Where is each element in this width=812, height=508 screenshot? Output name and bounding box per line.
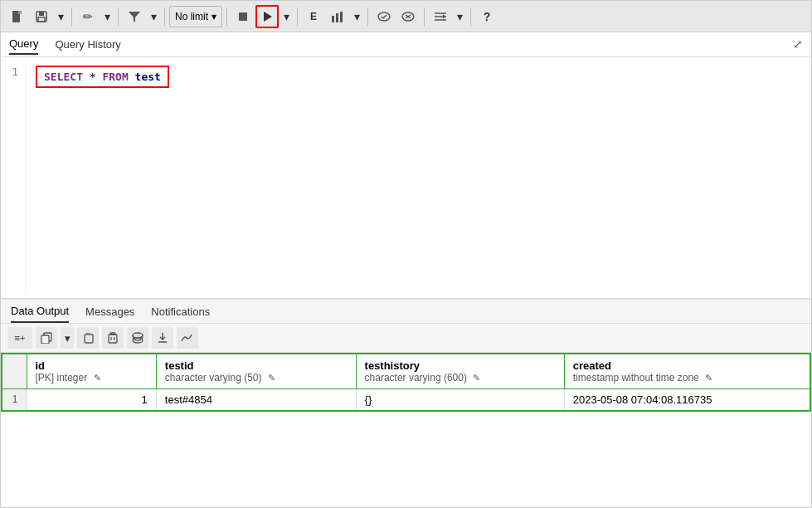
edit-group: ✏ ▾ [76,5,114,28]
col-type-testhistory: character varying (600) ✎ [365,372,556,383]
result-tabs-bar: Data Output Messages Notifications [1,300,811,324]
sep7 [424,7,425,26]
explain-group: E ▾ [302,5,363,28]
sep1 [71,7,72,26]
result-toolbar: ≡+ ▾ [1,324,811,353]
svg-rect-1 [18,11,22,14]
commit-button[interactable] [372,5,396,28]
save-data-button[interactable] [127,327,148,349]
col-name-testhistory: testhistory [365,359,556,372]
svg-marker-7 [264,12,272,22]
dropdown-arrow-3[interactable]: ▾ [147,5,160,28]
col-type-created: timestamp without time zone ✎ [573,372,801,383]
sep2 [118,7,119,26]
sql-highlight-box: SELECT * FROM test [36,66,169,88]
explain-button[interactable]: E [302,5,325,28]
dropdown-chevron: ▾ [212,11,216,22]
svg-point-24 [133,333,143,338]
editor-content[interactable]: SELECT * FROM test [26,64,811,291]
main-container: ▾ ✏ ▾ ▾ No limit ▾ [0,0,812,508]
stop-button[interactable] [231,5,255,28]
cell-testhistory-1[interactable]: {} [356,389,564,412]
sql-star: * [90,71,103,83]
svg-rect-18 [85,335,93,343]
delete-button[interactable] [102,327,124,349]
rollback-button[interactable] [396,5,420,28]
svg-rect-10 [340,12,343,22]
macro-group: ▾ [429,5,466,28]
limit-group: No limit ▾ [169,6,222,27]
cell-id-1[interactable]: 1 [27,389,156,412]
cell-testid-1[interactable]: test#4854 [156,389,356,412]
dropdown-arrow-4[interactable]: ▾ [280,5,293,28]
copy-button[interactable] [36,327,57,349]
add-row-button[interactable]: ≡+ [7,327,32,349]
data-table: id [PK] integer ✎ testid character varyi… [1,353,811,412]
tab-query-history[interactable]: Query History [55,38,120,54]
svg-rect-6 [239,12,247,21]
svg-marker-5 [129,12,140,22]
edit-icon-testid[interactable]: ✎ [268,373,275,383]
run-button[interactable] [255,5,279,28]
row-num-header [2,354,27,389]
explain-chart-button[interactable] [326,5,349,28]
paste-button[interactable] [77,327,99,349]
bottom-panel: Data Output Messages Notifications ≡+ ▾ [1,298,811,412]
graph-button[interactable] [177,327,198,349]
copy-dropdown[interactable]: ▾ [61,327,74,349]
save-button[interactable] [30,5,53,28]
edit-button[interactable]: ✏ [76,5,100,28]
filter-button[interactable] [123,5,146,28]
expand-icon[interactable]: ⤢ [793,37,803,51]
col-type-testid: character varying (50) ✎ [165,372,348,383]
dropdown-arrow-2[interactable]: ▾ [100,5,114,28]
col-name-created: created [573,359,801,372]
toolbar: ▾ ✏ ▾ ▾ No limit ▾ [1,1,811,32]
tab-messages[interactable]: Messages [85,305,134,322]
col-type-id: [PK] integer ✎ [36,372,148,383]
no-limit-label: No limit [175,11,208,22]
sql-line-1: SELECT * FROM test [36,66,801,88]
col-name-testid: testid [165,359,348,372]
sql-table-name-text: test [135,71,161,83]
no-limit-dropdown[interactable]: No limit ▾ [169,6,222,27]
dropdown-arrow-1[interactable]: ▾ [54,5,67,28]
file-button[interactable] [6,5,29,28]
file-group: ▾ [6,5,67,28]
macros-button[interactable] [429,5,452,28]
sep5 [297,7,298,26]
cell-created-1[interactable]: 2023-05-08 07:04:08.116735 [564,389,810,412]
col-header-testhistory: testhistory character varying (600) ✎ [356,354,564,389]
tab-query[interactable]: Query [9,37,38,55]
table-row: 1 1 test#4854 {} 2023-05-08 07:04:08.116… [2,389,810,412]
tab-data-output[interactable]: Data Output [11,305,69,323]
run-group: ▾ [231,5,293,28]
svg-rect-19 [85,333,90,335]
sep6 [367,7,368,26]
sep8 [470,7,471,26]
data-table-container: id [PK] integer ✎ testid character varyi… [1,353,811,412]
edit-icon-id[interactable]: ✎ [94,373,101,383]
download-button[interactable] [152,327,173,349]
svg-rect-3 [39,12,44,16]
line-number-1: 1 [7,66,18,78]
svg-rect-23 [110,333,115,335]
sep4 [226,7,227,26]
dropdown-arrow-6[interactable]: ▾ [453,5,466,28]
help-button[interactable]: ? [475,5,498,28]
sql-from-keyword: FROM [102,71,128,83]
svg-rect-9 [336,13,338,22]
svg-rect-8 [332,16,334,22]
svg-rect-4 [38,17,45,22]
col-header-id: id [PK] integer ✎ [27,354,156,389]
col-header-created: created timestamp without time zone ✎ [564,354,810,389]
edit-icon-created[interactable]: ✎ [705,373,712,383]
filter-group: ▾ [123,5,160,28]
svg-rect-20 [109,335,117,343]
edit-icon-testhistory[interactable]: ✎ [473,373,480,383]
tab-notifications[interactable]: Notifications [151,305,210,322]
row-num-1: 1 [2,389,27,412]
query-tabs-bar: Query Query History ⤢ [1,32,811,57]
dropdown-arrow-5[interactable]: ▾ [350,5,363,28]
col-header-testid: testid character varying (50) ✎ [156,354,356,389]
